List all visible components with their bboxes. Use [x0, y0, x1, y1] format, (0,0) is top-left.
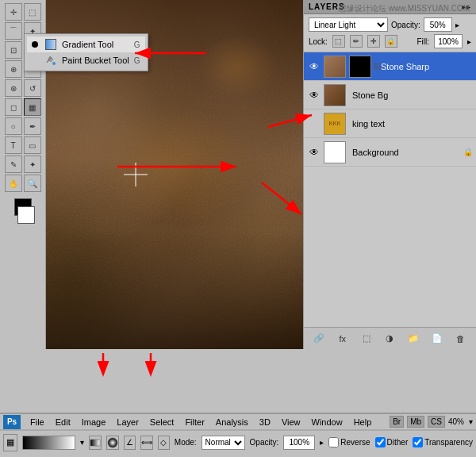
lock-transparency-btn[interactable]: ⬚ [332, 35, 345, 48]
menu-window[interactable]: Window [307, 417, 347, 428]
reverse-option[interactable]: Reverse [328, 437, 370, 447]
background-color[interactable] [17, 206, 35, 224]
chain-stone-sharp: ⛓ [374, 60, 381, 73]
blend-mode-select[interactable]: Linear Light [309, 17, 388, 32]
menu-filter[interactable]: Filter [180, 417, 209, 428]
layer-name-background: Background [352, 148, 463, 157]
gradient-tool-btn[interactable]: ▦ [24, 98, 41, 116]
lock-position-btn[interactable]: ✛ [367, 35, 380, 48]
hand-tool[interactable]: ✋ [5, 175, 22, 192]
shape-tool[interactable]: ▭ [24, 136, 41, 154]
fill-label: Fill: [416, 37, 429, 46]
gradient-shortcut: G [134, 40, 140, 49]
lock-all-btn[interactable]: 🔒 [385, 35, 397, 48]
svg-point-10 [108, 438, 117, 447]
br-badge[interactable]: Br [390, 416, 404, 428]
heal-tool[interactable]: ⊕ [5, 60, 22, 78]
bottom-shadow [46, 230, 303, 349]
linear-gradient-btn[interactable] [89, 436, 102, 450]
gradient-dropdown-arrow[interactable]: ▾ [80, 438, 84, 447]
menu-help[interactable]: Help [349, 417, 377, 428]
gradient-icon [44, 38, 57, 51]
lock-pixels-btn[interactable]: ✏ [350, 35, 363, 48]
pen-tool[interactable]: ✒ [24, 117, 41, 135]
layer-name-stone-sharp: Stone Sharp [381, 62, 473, 71]
opacity-options-arrow[interactable]: ▸ [320, 438, 324, 447]
dither-checkbox[interactable] [375, 437, 386, 447]
opacity-label: Opacity: [391, 21, 420, 29]
paint-bucket-option[interactable]: Paint Bucket Tool G [27, 52, 145, 68]
empty-dot [32, 57, 38, 63]
adjustment-btn[interactable]: ◑ [382, 331, 397, 347]
zoom-arrow[interactable]: ▾ [469, 417, 473, 426]
opacity-options-label: Opacity: [250, 438, 279, 447]
cs-badge[interactable]: CS [428, 416, 445, 428]
diamond-gradient-btn[interactable]: ◇ [158, 436, 170, 450]
transparency-option[interactable]: Transparency [413, 437, 473, 447]
dodge-tool[interactable]: ○ [5, 117, 22, 135]
opacity-options-input[interactable] [283, 436, 315, 450]
mode-select[interactable]: Normal [202, 436, 245, 450]
lasso-tool[interactable]: ⌒ [5, 22, 22, 40]
dither-option[interactable]: Dither [375, 437, 409, 447]
reflected-gradient-btn[interactable]: ⟺ [140, 436, 153, 450]
eyedropper-tool[interactable]: ✦ [24, 156, 41, 173]
svg-point-0 [52, 62, 56, 65]
paint-bucket-shortcut: G [134, 56, 140, 65]
menu-image[interactable]: Image [77, 417, 111, 428]
transparency-checkbox[interactable] [413, 437, 423, 447]
menu-analysis[interactable]: Analysis [211, 417, 253, 428]
zoom-tool[interactable]: 🔍 [24, 175, 41, 192]
gradient-preview[interactable] [22, 436, 75, 450]
delete-layer-btn[interactable]: 🗑 [453, 331, 469, 347]
mode-label: Mode: [175, 438, 197, 447]
visibility-king-text[interactable] [307, 117, 321, 131]
lock-label: Lock: [309, 37, 328, 46]
tool-preset-btn[interactable]: ▦ [3, 434, 17, 451]
layer-stone-bg[interactable]: 👁 Stone Bg [304, 81, 476, 109]
visibility-background[interactable]: 👁 [307, 145, 321, 159]
clone-tool[interactable]: ⊛ [5, 79, 22, 97]
tool-options-bar: ▦ ▾ ∠ ⟺ ◇ Mode: Normal Opacity: ▸ Revers… [0, 430, 476, 454]
move-tool[interactable]: ✛ [5, 3, 22, 21]
opacity-arrow[interactable]: ▸ [455, 21, 459, 29]
visibility-stone-sharp[interactable]: 👁 [307, 60, 321, 74]
dither-label: Dither [387, 438, 409, 447]
crop-tool[interactable]: ⊡ [5, 41, 22, 59]
layer-king-text[interactable]: KKK king text [304, 109, 476, 138]
bottom-arrow2-annotation [135, 349, 182, 373]
layer-name-king-text: king text [352, 119, 473, 129]
layer-stone-sharp[interactable]: 👁 ⛓ Stone Sharp [304, 52, 476, 81]
fill-arrow[interactable]: ▸ [467, 37, 471, 46]
highlight [98, 105, 256, 224]
layer-background[interactable]: 👁 Background 🔒 [304, 138, 476, 167]
radial-gradient-btn[interactable] [106, 436, 119, 450]
visibility-stone-bg[interactable]: 👁 [307, 88, 321, 102]
svg-rect-9 [90, 440, 100, 446]
notes-tool[interactable]: ✎ [5, 156, 22, 173]
angle-gradient-btn[interactable]: ∠ [124, 436, 136, 450]
menu-edit[interactable]: Edit [51, 417, 75, 428]
history-tool[interactable]: ↺ [24, 79, 41, 97]
text-tool[interactable]: T [5, 136, 22, 154]
menu-view[interactable]: View [277, 417, 305, 428]
fx-btn[interactable]: fx [335, 331, 351, 347]
link-layers-btn[interactable]: 🔗 [311, 331, 327, 347]
fill-input[interactable] [434, 34, 463, 48]
group-btn[interactable]: 📁 [405, 331, 421, 347]
menu-layer[interactable]: Layer [112, 417, 144, 428]
add-mask-btn[interactable]: ⬚ [359, 331, 374, 347]
menu-file[interactable]: File [25, 417, 49, 428]
new-layer-btn[interactable]: 📄 [429, 331, 445, 347]
reverse-checkbox[interactable] [328, 437, 339, 447]
background-lock-icon: 🔒 [463, 148, 473, 156]
mb-badge[interactable]: Mb [407, 416, 424, 428]
thumbnail-stone-bg [324, 84, 346, 106]
menu-3d[interactable]: 3D [255, 417, 275, 428]
gradient-tool-option[interactable]: Gradient Tool G [27, 36, 145, 52]
opacity-input[interactable] [424, 17, 452, 32]
marquee-tool[interactable]: ⬚ [24, 3, 41, 21]
eraser-tool[interactable]: ◻ [5, 98, 22, 116]
watermark: 思缘设计论坛 www.MISSYUAN.COM [339, 3, 470, 14]
menu-select[interactable]: Select [145, 417, 179, 428]
